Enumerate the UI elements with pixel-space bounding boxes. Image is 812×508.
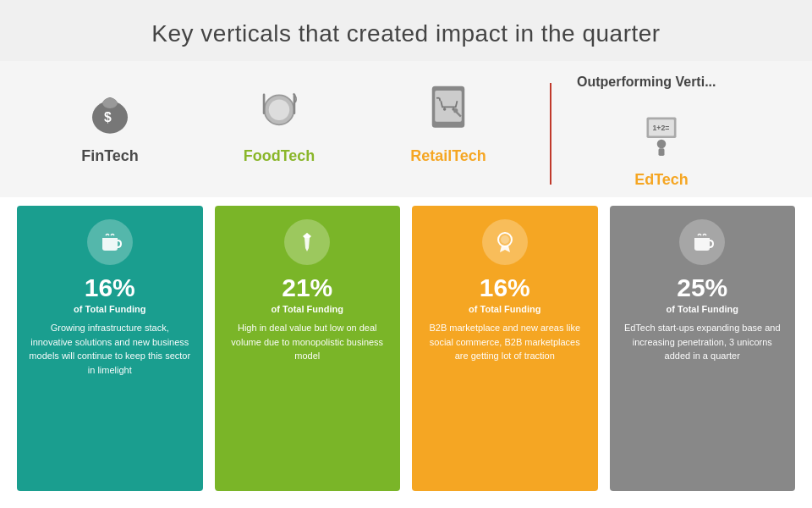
vertical-retailtech: RetailTech (364, 75, 533, 165)
svg-point-17 (657, 140, 667, 149)
foodtech-funding-label: of Total Funding (272, 304, 343, 314)
fintech-description: Growing infrastructure stack, innovative… (29, 321, 191, 377)
edtech-funding-label: of Total Funding (667, 304, 738, 314)
fintech-card-icon (87, 219, 133, 265)
svg-rect-5 (263, 94, 266, 115)
vertical-foodtech: FoodTech (195, 75, 364, 165)
fintech-funding-label: of Total Funding (74, 304, 145, 314)
retailtech-percent: 16% (480, 273, 530, 302)
svg-point-4 (269, 100, 290, 121)
foodtech-card-icon (284, 219, 330, 265)
svg-point-1 (102, 98, 118, 108)
retailtech-label: RetailTech (410, 147, 486, 165)
fintech-percent: 16% (85, 273, 135, 302)
page-title: Key verticals that created impact in the… (0, 0, 812, 61)
section-divider (550, 83, 551, 185)
outperform-label: Outperforming Verti... (577, 75, 716, 90)
outperform-section: Outperforming Verti... 1+2= EdTech (568, 75, 787, 189)
fintech-icon: $ (76, 75, 144, 142)
foodtech-percent: 21% (282, 273, 332, 302)
foodtech-card: 21% of Total Funding High in deal value … (215, 206, 401, 491)
svg-text:1+2=: 1+2= (653, 124, 670, 132)
edtech-card: 25% of Total Funding EdTech start-ups ex… (610, 206, 796, 491)
edtech-icon: 1+2= (628, 98, 695, 166)
retailtech-icon (414, 75, 482, 142)
retailtech-description: B2B marketplace and new areas like socia… (424, 321, 586, 363)
svg-point-13 (453, 108, 458, 113)
fintech-label: FinTech (81, 147, 139, 165)
foodtech-icon (245, 75, 313, 142)
fintech-card: 16% of Total Funding Growing infrastruct… (17, 206, 203, 491)
edtech-label: EdTech (634, 171, 689, 189)
retailtech-card: 16% of Total Funding B2B marketplace and… (412, 206, 598, 491)
vertical-edtech: 1+2= EdTech (577, 98, 746, 189)
svg-rect-18 (659, 148, 665, 156)
foodtech-description: High in deal value but low on deal volum… (227, 321, 389, 363)
svg-line-9 (440, 98, 441, 102)
retailtech-card-icon (482, 219, 528, 265)
edtech-card-icon (679, 219, 725, 265)
vertical-fintech: $ FinTech (25, 75, 195, 165)
svg-text:$: $ (104, 110, 112, 124)
cards-section: 16% of Total Funding Growing infrastruct… (0, 197, 812, 508)
svg-point-20 (501, 235, 509, 244)
edtech-percent: 25% (677, 273, 727, 302)
verticals-row: $ FinTech FoodTech (0, 61, 812, 197)
svg-point-11 (443, 108, 447, 111)
page: Key verticals that created impact in the… (0, 0, 812, 508)
retailtech-funding-label: of Total Funding (469, 304, 540, 314)
foodtech-label: FoodTech (244, 147, 315, 165)
edtech-description: EdTech start-ups expanding base and incr… (622, 321, 784, 363)
